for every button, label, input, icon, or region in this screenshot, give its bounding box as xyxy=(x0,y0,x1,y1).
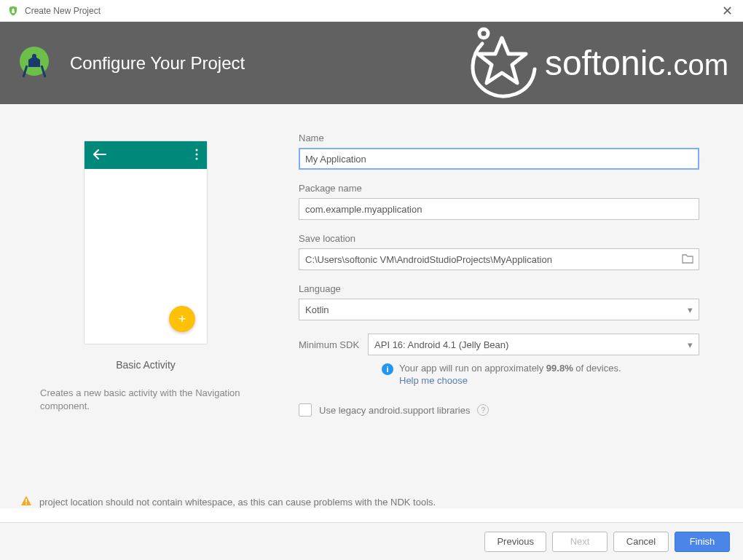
warning-row: project location should not contain whit… xyxy=(20,495,436,509)
location-input[interactable] xyxy=(299,248,699,270)
watermark-text: softonic.com xyxy=(545,43,728,83)
star-icon xyxy=(462,23,542,103)
activity-name: Basic Activity xyxy=(116,359,176,371)
back-arrow-icon xyxy=(93,149,106,162)
help-link[interactable]: Help me choose xyxy=(399,375,621,386)
svg-point-6 xyxy=(196,157,198,159)
chevron-down-icon: ▾ xyxy=(688,304,693,315)
left-panel: + Basic Activity Creates a new basic act… xyxy=(0,119,291,508)
menu-dots-icon xyxy=(195,149,198,162)
next-button[interactable]: Next xyxy=(552,532,608,552)
close-icon[interactable]: ✕ xyxy=(718,3,736,19)
legacy-row: Use legacy android.support libraries ? xyxy=(299,403,699,417)
svg-point-8 xyxy=(25,503,27,505)
svg-rect-7 xyxy=(25,499,27,502)
warning-icon xyxy=(20,495,32,509)
header-banner: Configure Your Project softonic.com xyxy=(0,22,743,104)
form-panel: Name Package name Save location Language… xyxy=(291,119,743,508)
finish-button[interactable]: Finish xyxy=(675,532,730,552)
coverage-text: Your app will run on approximately 99.8%… xyxy=(399,363,621,374)
footer: Previous Next Cancel Finish xyxy=(0,522,743,560)
window-title: Create New Project xyxy=(25,6,718,16)
language-select[interactable]: Kotlin ▾ xyxy=(299,299,699,320)
activity-preview: + xyxy=(84,141,208,344)
chevron-down-icon: ▾ xyxy=(688,339,693,350)
android-studio-icon xyxy=(7,5,19,17)
sdk-row: Minimum SDK API 16: Android 4.1 (Jelly B… xyxy=(299,334,699,355)
help-icon[interactable]: ? xyxy=(477,404,489,416)
svg-point-3 xyxy=(479,29,488,38)
preview-body: + xyxy=(84,169,207,344)
legacy-label: Use legacy android.support libraries xyxy=(319,405,470,416)
location-label: Save location xyxy=(299,233,699,244)
coverage-info: i Your app will run on approximately 99.… xyxy=(382,363,699,386)
previous-button[interactable]: Previous xyxy=(484,532,546,552)
package-input[interactable] xyxy=(299,198,699,220)
cancel-button[interactable]: Cancel xyxy=(613,532,669,552)
page-title: Configure Your Project xyxy=(70,53,245,74)
sdk-value: API 16: Android 4.1 (Jelly Bean) xyxy=(374,339,508,350)
package-group: Package name xyxy=(299,183,699,220)
language-value: Kotlin xyxy=(305,304,329,315)
preview-toolbar xyxy=(84,141,207,169)
language-group: Language Kotlin ▾ xyxy=(299,283,699,320)
language-label: Language xyxy=(299,283,699,294)
svg-point-5 xyxy=(196,153,198,155)
name-input[interactable] xyxy=(299,148,699,170)
softonic-watermark: softonic.com xyxy=(462,23,728,103)
info-icon: i xyxy=(382,363,393,375)
folder-icon[interactable] xyxy=(682,253,693,266)
legacy-checkbox[interactable] xyxy=(299,403,312,417)
svg-point-4 xyxy=(196,149,198,151)
warning-text: project location should not contain whit… xyxy=(39,497,436,508)
android-studio-logo-icon xyxy=(16,45,52,82)
sdk-label: Minimum SDK xyxy=(299,339,359,350)
fab-icon: + xyxy=(169,306,195,332)
package-label: Package name xyxy=(299,183,699,194)
sdk-select[interactable]: API 16: Android 4.1 (Jelly Bean) ▾ xyxy=(368,334,699,355)
activity-description: Creates a new basic activity with the Na… xyxy=(40,387,251,413)
location-group: Save location xyxy=(299,233,699,270)
name-group: Name xyxy=(299,133,699,170)
title-bar: Create New Project ✕ xyxy=(0,0,743,22)
main-content: + Basic Activity Creates a new basic act… xyxy=(0,104,743,508)
name-label: Name xyxy=(299,133,699,143)
